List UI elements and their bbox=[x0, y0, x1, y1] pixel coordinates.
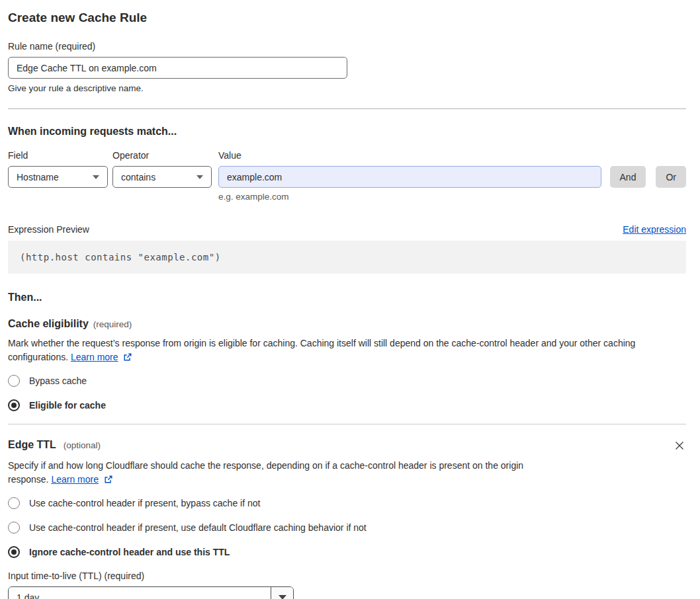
cache-eligibility-options: Bypass cache Eligible for cache bbox=[8, 375, 686, 411]
edge-ttl-title-wrap: Edge TTL (optional) bbox=[8, 439, 101, 451]
then-heading: Then... bbox=[8, 292, 686, 303]
chevron-down-icon bbox=[279, 595, 286, 599]
edge-ttl-options: Use cache-control header if present, byp… bbox=[8, 497, 686, 558]
chevron-down-icon bbox=[197, 175, 203, 179]
radio-bypass-cache[interactable]: Bypass cache bbox=[8, 375, 686, 387]
edge-ttl-section: Edge TTL (optional) Specify if and how l… bbox=[8, 439, 686, 599]
ttl-value-input[interactable] bbox=[9, 587, 271, 599]
ttl-input-label: Input time-to-live (TTL) (required) bbox=[8, 571, 686, 581]
expression-preview-label: Expression Preview bbox=[8, 224, 89, 235]
radio-label: Bypass cache bbox=[29, 376, 87, 386]
match-section: When incoming requests match... Field Op… bbox=[8, 126, 686, 202]
expression-section: Expression Preview Edit expression (http… bbox=[8, 224, 686, 274]
close-icon[interactable] bbox=[673, 439, 686, 452]
radio-unselected-icon bbox=[8, 375, 20, 387]
external-link-icon bbox=[123, 352, 132, 362]
rule-name-input[interactable] bbox=[8, 57, 347, 79]
radio-use-header-default[interactable]: Use cache-control header if present, use… bbox=[8, 522, 686, 534]
radio-use-header-bypass[interactable]: Use cache-control header if present, byp… bbox=[8, 497, 686, 509]
radio-selected-icon bbox=[8, 546, 20, 558]
cache-eligibility-section: Cache eligibility (required) Mark whethe… bbox=[8, 318, 686, 411]
learn-more-link[interactable]: Learn more bbox=[71, 352, 118, 362]
learn-more-link[interactable]: Learn more bbox=[51, 474, 99, 485]
radio-label: Eligible for cache bbox=[29, 400, 106, 411]
field-label: Field bbox=[8, 150, 112, 161]
radio-label: Ignore cache-control header and use this… bbox=[29, 547, 230, 557]
radio-label: Use cache-control header if present, byp… bbox=[29, 498, 260, 508]
edit-expression-link[interactable]: Edit expression bbox=[623, 224, 686, 235]
match-labels-row: Field Operator Value bbox=[8, 150, 686, 161]
edge-ttl-description: Specify if and how long Cloudflare shoul… bbox=[8, 459, 562, 487]
expression-code: (http.host contains "example.com") bbox=[8, 241, 686, 274]
operator-select-value: contains bbox=[121, 172, 155, 182]
section-divider bbox=[8, 424, 686, 424]
field-select-value: Hostname bbox=[17, 172, 59, 182]
radio-unselected-icon bbox=[8, 522, 20, 534]
ttl-dropdown-button[interactable] bbox=[271, 587, 293, 599]
value-helper: e.g. example.com bbox=[218, 192, 686, 202]
page-title: Create new Cache Rule bbox=[8, 11, 686, 25]
edge-ttl-qualifier: (optional) bbox=[64, 440, 101, 450]
create-cache-rule-page: Create new Cache Rule Rule name (require… bbox=[0, 0, 700, 599]
and-button[interactable]: And bbox=[610, 166, 646, 188]
cache-eligibility-title: Cache eligibility bbox=[8, 318, 89, 330]
external-link-icon bbox=[104, 475, 113, 484]
radio-label: Use cache-control header if present, use… bbox=[29, 522, 367, 533]
cache-eligibility-qualifier: (required) bbox=[93, 319, 132, 329]
match-controls-row: Hostname contains And Or bbox=[8, 166, 686, 188]
radio-selected-icon bbox=[8, 399, 20, 411]
field-select[interactable]: Hostname bbox=[8, 166, 108, 188]
rule-name-label: Rule name (required) bbox=[8, 41, 686, 52]
edge-ttl-title: Edge TTL bbox=[8, 439, 56, 450]
radio-ignore-header-use-ttl[interactable]: Ignore cache-control header and use this… bbox=[8, 546, 686, 558]
chevron-down-icon bbox=[93, 175, 99, 179]
value-input[interactable] bbox=[218, 166, 601, 188]
expression-header: Expression Preview Edit expression bbox=[8, 224, 686, 235]
value-label: Value bbox=[218, 150, 686, 161]
cache-eligibility-description: Mark whether the request’s response from… bbox=[8, 337, 686, 364]
ttl-combobox bbox=[8, 586, 294, 599]
match-heading: When incoming requests match... bbox=[8, 126, 686, 138]
section-divider bbox=[8, 108, 686, 109]
or-button[interactable]: Or bbox=[656, 166, 686, 188]
operator-select[interactable]: contains bbox=[112, 166, 212, 188]
operator-label: Operator bbox=[112, 150, 218, 161]
cache-eligibility-header: Cache eligibility (required) bbox=[8, 318, 686, 330]
rule-name-section: Rule name (required) Give your rule a de… bbox=[8, 41, 686, 93]
radio-unselected-icon bbox=[8, 497, 20, 509]
edge-ttl-header: Edge TTL (optional) bbox=[8, 439, 686, 452]
rule-name-helper: Give your rule a descriptive name. bbox=[8, 83, 686, 93]
radio-eligible-for-cache[interactable]: Eligible for cache bbox=[8, 399, 686, 411]
